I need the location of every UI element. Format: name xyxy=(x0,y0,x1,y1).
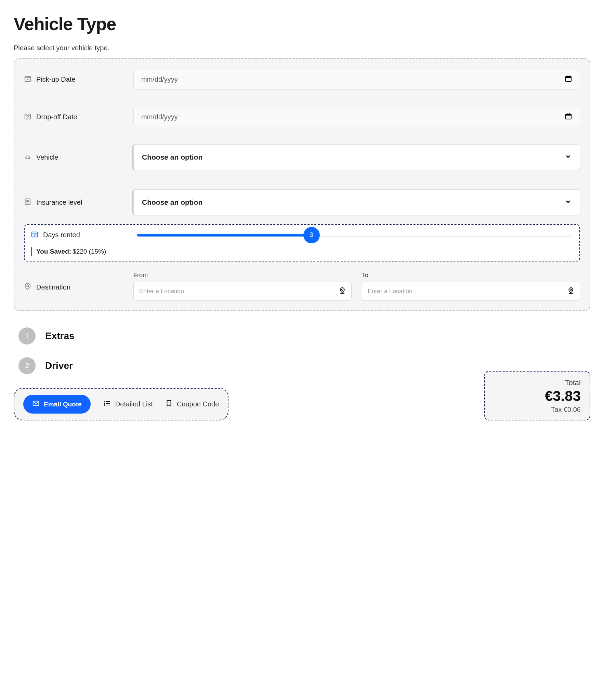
pickup-date-input[interactable]: mm/dd/yyyy xyxy=(133,69,580,90)
svg-point-16 xyxy=(570,289,572,290)
vehicle-label-cell: Vehicle xyxy=(24,153,127,162)
coupon-code-button[interactable]: Coupon Code xyxy=(165,400,219,409)
step-title: Driver xyxy=(45,360,73,371)
svg-rect-13 xyxy=(32,232,38,237)
pickup-date-placeholder: mm/dd/yyyy xyxy=(141,76,178,83)
to-label: To xyxy=(362,272,580,279)
saved-accent-bar xyxy=(31,247,32,256)
insurance-selected-value: Choose an option xyxy=(142,198,202,206)
insurance-select[interactable]: Choose an option xyxy=(133,189,580,215)
pickup-row: Pick-up Date mm/dd/yyyy xyxy=(24,69,580,90)
days-label: Days rented xyxy=(43,231,80,239)
list-bullet-icon xyxy=(103,399,111,409)
total-label: Total xyxy=(494,378,581,387)
email-quote-label: Email Quote xyxy=(44,401,82,408)
bookmark-icon xyxy=(165,400,173,409)
calendar-icon xyxy=(565,75,572,84)
action-bar: Email Quote Detailed List Coupon Code xyxy=(14,388,228,420)
tax-value: Tax €0.06 xyxy=(494,406,581,414)
step-extras[interactable]: 1 Extras xyxy=(18,321,590,351)
saved-row: You Saved: $220 (15%) xyxy=(31,247,573,256)
page-subtitle: Please select your vehicle type. xyxy=(14,44,590,52)
slider-thumb[interactable]: 3 xyxy=(303,227,320,243)
destination-label: Destination xyxy=(36,283,70,291)
days-row: Days rented 3 xyxy=(31,230,573,240)
saved-value: $220 (15%) xyxy=(73,248,106,255)
svg-rect-4 xyxy=(569,75,570,77)
total-value: €3.83 xyxy=(494,388,581,404)
destination-to-col: To Enter a Location xyxy=(362,272,580,301)
vehicle-row: Vehicle Choose an option xyxy=(24,144,580,170)
svg-rect-7 xyxy=(566,114,572,116)
from-location-input[interactable]: Enter a Location xyxy=(133,282,352,301)
form-panel: Pick-up Date mm/dd/yyyy Drop-off Date mm… xyxy=(14,58,590,311)
detailed-list-button[interactable]: Detailed List xyxy=(103,399,153,409)
pickup-label-cell: Pick-up Date xyxy=(24,75,127,84)
vehicle-select[interactable]: Choose an option xyxy=(133,144,580,170)
svg-rect-8 xyxy=(567,113,567,114)
map-pin-icon xyxy=(339,287,346,296)
to-location-input[interactable]: Enter a Location xyxy=(362,282,580,301)
svg-point-20 xyxy=(104,405,105,405)
svg-rect-9 xyxy=(569,113,570,114)
location-icon xyxy=(24,283,31,292)
svg-point-14 xyxy=(27,285,29,287)
step-number: 1 xyxy=(18,327,36,345)
from-label: From xyxy=(133,272,352,279)
title-divider xyxy=(14,39,590,39)
dropoff-label-cell: Drop-off Date xyxy=(24,112,127,122)
slider-fill xyxy=(137,234,312,237)
destination-row: Destination From Enter a Location To Ent… xyxy=(24,272,580,301)
detailed-list-label: Detailed List xyxy=(115,400,153,408)
calendar-check-icon xyxy=(24,75,31,84)
slider-track: 3 xyxy=(137,234,573,237)
slider-value: 3 xyxy=(310,231,313,239)
destination-inputs: From Enter a Location To Enter a Locatio… xyxy=(133,272,580,301)
insurance-label-cell: Insurance level xyxy=(24,198,127,207)
svg-rect-5 xyxy=(25,114,31,119)
destination-label-cell: Destination xyxy=(24,272,127,292)
insurance-row: Insurance level Choose an option xyxy=(24,189,580,215)
days-slider[interactable]: 3 xyxy=(137,234,573,237)
destination-from-col: From Enter a Location xyxy=(133,272,352,301)
to-placeholder: Enter a Location xyxy=(368,288,412,295)
days-label-cell: Days rented xyxy=(31,230,130,240)
from-placeholder: Enter a Location xyxy=(139,288,184,295)
map-pin-icon xyxy=(567,287,574,296)
total-summary: Total €3.83 Tax €0.06 xyxy=(484,371,590,420)
vehicle-label: Vehicle xyxy=(36,153,58,161)
pickup-label: Pick-up Date xyxy=(36,76,76,83)
insurance-label: Insurance level xyxy=(36,199,82,206)
chevron-down-icon xyxy=(565,153,572,162)
dropoff-row: Drop-off Date mm/dd/yyyy xyxy=(24,107,580,127)
saved-label: You Saved: xyxy=(36,248,71,255)
svg-point-19 xyxy=(104,403,105,404)
step-title: Extras xyxy=(45,331,75,341)
vehicle-selected-value: Choose an option xyxy=(142,153,202,161)
chevron-down-icon xyxy=(565,198,572,207)
svg-point-18 xyxy=(104,401,105,402)
email-quote-button[interactable]: Email Quote xyxy=(23,395,91,414)
mail-icon xyxy=(32,400,40,409)
list-icon xyxy=(24,198,31,207)
svg-rect-3 xyxy=(567,75,567,77)
step-number: 2 xyxy=(18,357,36,374)
page-title: Vehicle Type xyxy=(14,14,590,34)
days-rented-section: Days rented 3 You Saved: $220 (15%) xyxy=(24,224,580,261)
dropoff-date-placeholder: mm/dd/yyyy xyxy=(141,113,178,121)
svg-point-15 xyxy=(342,289,343,290)
coupon-code-label: Coupon Code xyxy=(177,400,219,408)
dropoff-label: Drop-off Date xyxy=(36,113,77,121)
calendar-check-icon xyxy=(24,112,31,122)
car-icon xyxy=(24,153,31,162)
calendar-check-icon xyxy=(31,230,38,240)
svg-rect-2 xyxy=(566,76,572,78)
dropoff-date-input[interactable]: mm/dd/yyyy xyxy=(133,107,580,127)
calendar-icon xyxy=(565,112,572,122)
svg-rect-0 xyxy=(25,76,31,81)
